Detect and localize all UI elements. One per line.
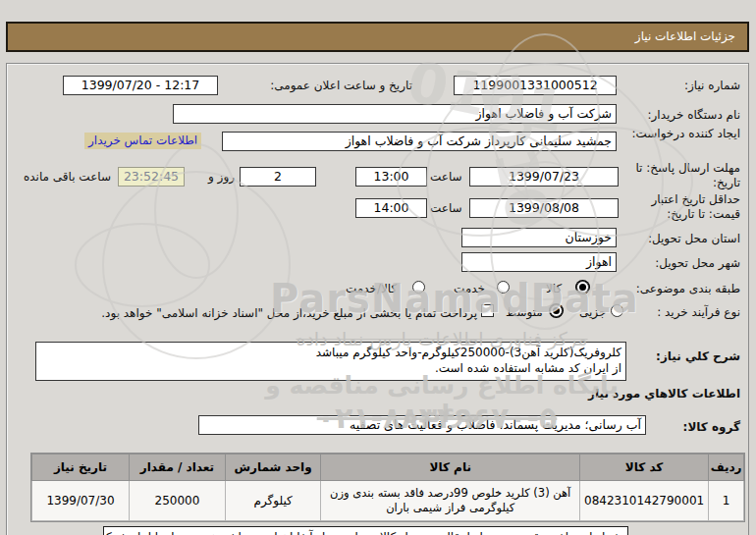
radio-medium-label: متوسط [506, 305, 543, 319]
procurement-detail-page: { "colors": { "titlebar_bg": "#997a4c", … [0, 0, 756, 535]
goods-group-field[interactable]: آب رسانی؛ مدیریت پسماند، فاضلاب و فعالیت… [198, 415, 646, 435]
cell-row-no: 1 [709, 481, 744, 521]
radio-goods-service[interactable] [412, 281, 425, 294]
need-number-field[interactable]: 1199001331000512 [454, 76, 617, 95]
radio-medium[interactable] [550, 304, 563, 317]
radio-goods-service-label: کالا/خدمت [346, 282, 397, 295]
validity-date-field[interactable]: 1399/08/08 [469, 198, 619, 218]
description-line2: از ایران کد مشابه استفاده شده است. [40, 360, 621, 376]
cell-item-code: 0842310142790001 [580, 481, 709, 521]
creator-label: ایجاد کننده درخواست: [624, 127, 740, 141]
description-line1: کلروفریک(کلرید آهن3)-250000کیلوگرم-واحد … [40, 345, 621, 360]
description-label: شرح کلي نیاز: [638, 349, 740, 364]
col-unit: واحد شمارش [225, 455, 321, 481]
deadline-time-field[interactable]: 13:00 [355, 167, 427, 187]
province-label: استان محل تحویل: [648, 232, 740, 245]
deadline-date-field[interactable]: 1399/07/23 [469, 167, 619, 187]
validity-hour-label: ساعت [430, 201, 462, 215]
deadline-days-field[interactable]: 2 [240, 167, 316, 187]
province-field[interactable]: خوزستان [461, 228, 617, 247]
process-type-label: نوع فرآیند خرید : [657, 305, 740, 319]
treasury-docs-checkbox[interactable] [481, 304, 494, 317]
goods-group-label: گروه کالا: [683, 420, 740, 434]
radio-goods[interactable] [576, 281, 589, 294]
cell-need-date: 1399/07/30 [32, 481, 130, 521]
deadline-hour-label: ساعت [430, 170, 462, 184]
radio-service[interactable] [497, 281, 510, 294]
goods-table-row[interactable]: 1 0842310142790001 آهن (3) کلرید خلوص 99… [32, 481, 744, 521]
validity-label: حداقل تاریخ اعتبار قیمت: تا تاریخ: [624, 192, 740, 222]
col-need-date: تاریخ نیاز [32, 455, 130, 481]
col-item-name: نام کالا [321, 455, 580, 481]
deadline-remaining-label: ساعت باقی مانده [24, 170, 111, 184]
classification-label: طبقه بندی موضوعی: [636, 282, 740, 295]
need-number-label: شماره نیاز: [684, 79, 740, 92]
treasury-docs-label: پرداخت تمام یا بخشی از مبلغ خرید،از محل … [101, 306, 477, 320]
radio-minor[interactable] [611, 304, 623, 317]
goods-table-header-row: ردیف کد کالا نام کالا واحد شمارش تعداد /… [32, 455, 744, 481]
goods-section-title: اطلاعات کالاهاي مورد نیاز [588, 387, 740, 401]
creator-field[interactable]: جمشید سلیمانی کارپرداز شرکت آب و فاضلاب … [222, 132, 617, 151]
buyer-contact-link[interactable]: اطلاعات تماس خریدار [84, 133, 201, 149]
col-row-no: ردیف [709, 455, 744, 481]
radio-service-label: خدمت [454, 282, 485, 295]
col-item-code: کد کالا [580, 455, 709, 481]
radio-goods-label: کالا [546, 282, 562, 295]
deadline-countdown: 23:52:45 [118, 167, 185, 187]
cell-quantity: 250000 [130, 481, 226, 521]
announce-datetime-field[interactable]: 1399/07/20 - 12:17 [63, 76, 218, 95]
deadline-label: مهلت ارسال پاسخ: تا تاریخ: [624, 161, 740, 190]
bottom-note-box: شرایط پرداخت نقدی و پس از انتقال و تحویل… [103, 526, 628, 535]
buyer-org-label: نام دستگاه خریدار: [648, 108, 741, 122]
page-title-bar: جزئیات اطلاعات نیاز [6, 22, 749, 52]
announce-datetime-label: تاریخ و ساعت اعلان عمومی: [270, 79, 412, 92]
goods-table: ردیف کد کالا نام کالا واحد شمارش تعداد /… [31, 454, 744, 521]
page-title: جزئیات اطلاعات نیاز [635, 29, 735, 43]
description-field[interactable]: کلروفریک(کلرید آهن3)-250000کیلوگرم-واحد … [35, 342, 626, 381]
validity-time-field[interactable]: 14:00 [355, 198, 427, 218]
city-field[interactable]: اهواز [461, 252, 617, 272]
deadline-days-label: روز و [208, 170, 235, 184]
radio-minor-label: جزیی [579, 305, 606, 319]
cell-unit: کیلوگرم [225, 481, 321, 521]
col-quantity: تعداد / مقدار [130, 455, 226, 481]
city-label: شهر محل تحویل: [655, 256, 740, 270]
cell-item-name: آهن (3) کلرید خلوص 99درصد فاقد بسته بندی… [321, 481, 580, 521]
buyer-org-field[interactable]: شرکت آب و فاضلاب اهواز [173, 104, 617, 124]
